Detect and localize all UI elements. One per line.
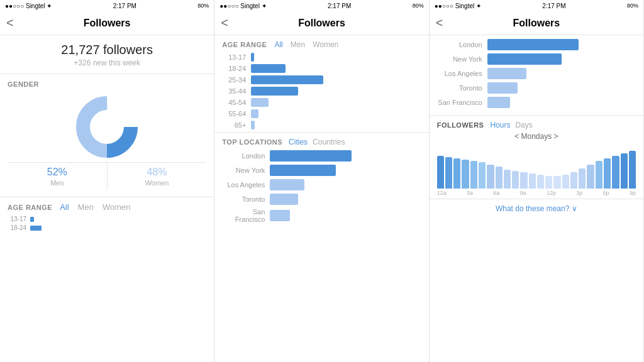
city-bar — [487, 68, 526, 79]
battery-2: 80% — [413, 3, 424, 9]
back-button-1[interactable]: < — [6, 16, 14, 30]
women-text: Women — [108, 179, 207, 187]
gender-section: GENDER 52% Men 48% Women — [0, 74, 214, 197]
day-nav: < Mondays > — [437, 132, 636, 141]
age-tab2-men[interactable]: Men — [291, 40, 305, 49]
full-bar-row: 13-17 — [222, 53, 421, 62]
full-bar — [251, 98, 269, 107]
followers-header: FOLLOWERS Hours Days — [437, 121, 636, 129]
loc-bar-row: London — [222, 150, 421, 162]
men-pct: 52% — [8, 167, 107, 178]
hours-tabs: Hours Days — [490, 121, 532, 129]
hour-bar — [462, 160, 469, 189]
header-1: < Followers — [0, 11, 214, 35]
hour-bar — [579, 168, 586, 189]
age-range-header-2: AGE RANGE All Men Women — [222, 40, 421, 49]
header-2: < Followers — [214, 11, 428, 35]
battery-1: 80% — [197, 3, 209, 9]
what-mean[interactable]: What do these mean? ∨ — [430, 199, 643, 216]
followers-count: 21,727 followers — [0, 43, 214, 57]
mini-bar-row-1317: 13-17 — [8, 216, 206, 222]
loc-bar — [270, 150, 352, 162]
age-tab-all-1[interactable]: All — [60, 202, 69, 212]
panel-1: ●●○○○ Singtel ✦ 2:17 PM 80% < Followers … — [0, 0, 214, 362]
mini-bar-1317 — [30, 217, 34, 222]
full-bar — [251, 53, 254, 62]
women-pct: 48% — [108, 167, 207, 178]
page-title-2: Followers — [298, 18, 345, 29]
hour-labels: 12a3a6a9a12p3p6p9p — [437, 190, 636, 196]
city-bar-row: San Francisco — [437, 97, 636, 108]
loc-bar-row: New York — [222, 165, 421, 176]
full-bar — [251, 75, 323, 84]
age-tabs-2: All Men Women — [274, 40, 338, 49]
age-range-label-1: AGE RANGE — [8, 204, 52, 211]
gender-label: GENDER — [0, 74, 214, 92]
age-range-section-1: AGE RANGE All Men Women 13-17 18-24 — [0, 197, 214, 237]
loc-tab-countries[interactable]: Countries — [313, 138, 345, 146]
hour-bars — [437, 145, 636, 189]
hour-label: 6a — [493, 190, 499, 196]
city-bar — [487, 53, 562, 65]
carrier-3: ●●○○○ Singtel ✦ — [435, 3, 481, 9]
donut-chart — [0, 92, 214, 162]
loc-bar-row: San Francisco — [222, 208, 421, 223]
header-3: < Followers — [430, 11, 643, 35]
age-tab-women-1[interactable]: Women — [103, 202, 131, 212]
age-range-full: AGE RANGE All Men Women 13-17 18-24 25-3… — [214, 35, 428, 133]
followers-section: FOLLOWERS Hours Days < Mondays > 12a3a6a… — [430, 116, 643, 196]
loc-tab-cities[interactable]: Cities — [289, 138, 308, 146]
age-tab2-all[interactable]: All — [274, 40, 282, 49]
hour-label: 3a — [467, 190, 473, 196]
time-1: 2:17 PM — [113, 3, 136, 9]
hour-bar — [512, 171, 519, 189]
age-tab-men-1[interactable]: Men — [78, 202, 94, 212]
mini-bar-1824 — [30, 226, 42, 231]
loc-bar — [270, 210, 290, 221]
hour-label: 12a — [437, 190, 447, 196]
page-title-1: Followers — [84, 18, 131, 29]
full-bar-row: 65+ — [222, 121, 421, 129]
hour-bar — [553, 176, 560, 189]
hours-tab-days[interactable]: Days — [515, 121, 532, 129]
loc-tabs: Cities Countries — [289, 138, 345, 146]
panel-2: ●●○○○ Singtel ✦ 2:17 PM 80% < Followers … — [214, 0, 429, 362]
hour-label: 9p — [630, 190, 636, 196]
hour-bar — [562, 175, 569, 189]
full-bar-row: 25-34 — [222, 75, 421, 84]
hour-bar — [479, 162, 486, 189]
men-label: 52% Men — [8, 163, 108, 190]
back-button-2[interactable]: < — [221, 16, 228, 30]
city-bar-row: Los Angeles — [437, 68, 636, 79]
full-bar-row: 45-54 — [222, 98, 421, 107]
hour-bar — [596, 161, 602, 189]
full-bars: 13-17 18-24 25-34 35-44 45-54 55-64 65+ — [222, 53, 421, 129]
battery-3: 80% — [627, 3, 638, 9]
hour-bar — [520, 172, 527, 189]
hour-bar — [587, 165, 594, 189]
hour-bar — [487, 165, 494, 189]
donut-labels: 52% Men 48% Women — [8, 162, 206, 190]
mini-bars: 13-17 18-24 — [0, 216, 214, 231]
hour-bar — [629, 151, 636, 189]
loc-bar-row: Los Angeles — [222, 179, 421, 190]
loc-bars: London New York Los Angeles Toronto San … — [222, 150, 421, 223]
full-bar — [251, 87, 298, 96]
hour-bar — [604, 158, 611, 189]
full-bar-row: 18-24 — [222, 64, 421, 73]
hour-label: 6p — [603, 190, 609, 196]
age-tab2-women[interactable]: Women — [313, 40, 338, 49]
full-bar — [251, 121, 255, 129]
hour-bar — [529, 173, 536, 189]
loc-bar-row: Toronto — [222, 194, 421, 205]
city-bar-row: London — [437, 39, 636, 50]
hour-bar — [496, 167, 502, 189]
city-bar — [487, 82, 518, 94]
hour-label: 12p — [547, 190, 556, 196]
time-3: 2:17 PM — [542, 3, 565, 9]
hours-tab-hours[interactable]: Hours — [490, 121, 510, 129]
status-bar-2: ●●○○○ Singtel ✦ 2:17 PM 80% — [214, 0, 428, 11]
back-button-3[interactable]: < — [436, 16, 443, 30]
carrier-2: ●●○○○ Singtel ✦ — [219, 3, 266, 9]
hour-bar — [545, 176, 552, 189]
